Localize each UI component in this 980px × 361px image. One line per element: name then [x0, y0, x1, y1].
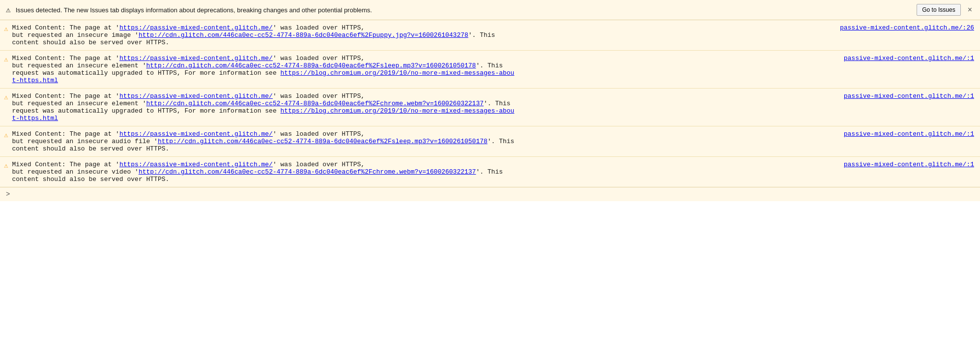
- source-link-1[interactable]: passive-mixed-content.glitch.me/:26: [840, 24, 974, 31]
- chevron-right-icon[interactable]: >: [6, 190, 10, 198]
- entry-text-3c: request was automatically upgraded to HT…: [12, 107, 974, 115]
- console-body: ⚠ Mixed Content: The page at 'https://pa…: [0, 20, 980, 187]
- entry-text-4b: but requested an insecure audio file 'ht…: [12, 138, 974, 145]
- resource-link-3[interactable]: http://cdn.glitch.com/446ca0ec-cc52-4774…: [146, 100, 484, 107]
- entry-text-2d: t-https.html: [12, 77, 974, 84]
- entry-text-2b: but requested an insecure element 'http:…: [12, 62, 974, 69]
- entry-text-4: Mixed Content: The page at 'https://pass…: [12, 130, 380, 138]
- page-url-link-2[interactable]: https://passive-mixed-content.glitch.me/: [119, 55, 273, 62]
- entry-text-1c: content should also be served over HTTPS…: [12, 39, 974, 46]
- entry-text-3b: but requested an insecure element 'http:…: [12, 100, 974, 107]
- console-entry-2: ⚠ Mixed Content: The page at 'https://pa…: [0, 51, 980, 89]
- issues-banner-text: Issues detected. The new Issues tab disp…: [16, 6, 912, 14]
- entry-text-1b: but requested an insecure image 'http://…: [12, 31, 974, 39]
- warn-icon-5: ⚠: [4, 161, 8, 170]
- issues-banner: ⚠️ Issues detected. The new Issues tab d…: [0, 0, 980, 20]
- entry-content-4: Mixed Content: The page at 'https://pass…: [12, 130, 974, 152]
- warn-icon-3: ⚠: [4, 93, 8, 101]
- source-link-3[interactable]: passive-mixed-content.glitch.me/:1: [844, 92, 974, 100]
- extra-link-3b[interactable]: t-https.html: [12, 115, 58, 122]
- source-link-5[interactable]: passive-mixed-content.glitch.me/:1: [844, 161, 974, 168]
- resource-link-2[interactable]: http://cdn.glitch.com/446ca0ec-cc52-4774…: [146, 62, 476, 69]
- page-url-link-4[interactable]: https://passive-mixed-content.glitch.me/: [119, 130, 273, 138]
- resource-link-1[interactable]: http://cdn.glitch.com/446ca0ec-cc52-4774…: [139, 31, 468, 39]
- page-url-link-3[interactable]: https://passive-mixed-content.glitch.me/: [119, 92, 273, 100]
- extra-link-3[interactable]: https://blog.chromium.org/2019/10/no-mor…: [281, 107, 515, 115]
- extra-link-2[interactable]: https://blog.chromium.org/2019/10/no-mor…: [281, 69, 515, 77]
- source-link-2[interactable]: passive-mixed-content.glitch.me/:1: [844, 55, 974, 62]
- entry-text-5: Mixed Content: The page at 'https://pass…: [12, 161, 380, 168]
- entry-content-3: Mixed Content: The page at 'https://pass…: [12, 92, 974, 122]
- console-entry-4: ⚠ Mixed Content: The page at 'https://pa…: [0, 126, 980, 157]
- warn-icon-1: ⚠: [4, 25, 8, 33]
- entry-text-2: Mixed Content: The page at 'https://pass…: [12, 55, 380, 62]
- entry-text-3: Mixed Content: The page at 'https://pass…: [12, 92, 380, 100]
- resource-link-5[interactable]: http://cdn.glitch.com/446ca0ec-cc52-4774…: [139, 168, 476, 176]
- page-url-link-5[interactable]: https://passive-mixed-content.glitch.me/: [119, 161, 273, 168]
- console-entry-3: ⚠ Mixed Content: The page at 'https://pa…: [0, 89, 980, 126]
- entry-content-1: Mixed Content: The page at 'https://pass…: [12, 24, 974, 46]
- entry-text-2c: request was automatically upgraded to HT…: [12, 69, 974, 77]
- extra-link-2b[interactable]: t-https.html: [12, 77, 58, 84]
- resource-link-4[interactable]: http://cdn.glitch.com/446ca0ec-cc52-4774…: [158, 138, 488, 145]
- warn-icon-4: ⚠: [4, 131, 8, 139]
- console-footer: >: [0, 187, 980, 201]
- page-url-link-1[interactable]: https://passive-mixed-content.glitch.me/: [119, 24, 273, 31]
- warning-icon: ⚠️: [6, 5, 11, 15]
- go-to-issues-button[interactable]: Go to Issues: [917, 4, 960, 16]
- close-icon[interactable]: ×: [966, 5, 974, 14]
- console-entry-1: ⚠ Mixed Content: The page at 'https://pa…: [0, 20, 980, 51]
- entry-text-5b: but requested an insecure video 'http://…: [12, 168, 974, 176]
- warn-icon-2: ⚠: [4, 55, 8, 63]
- entry-content-5: Mixed Content: The page at 'https://pass…: [12, 161, 974, 183]
- entry-content-2: Mixed Content: The page at 'https://pass…: [12, 55, 974, 84]
- entry-text-1: Mixed Content: The page at 'https://pass…: [12, 24, 380, 31]
- source-link-4[interactable]: passive-mixed-content.glitch.me/:1: [844, 130, 974, 138]
- console-entry-5: ⚠ Mixed Content: The page at 'https://pa…: [0, 157, 980, 187]
- entry-text-4c: content should also be served over HTTPS…: [12, 145, 974, 152]
- entry-text-3d: t-https.html: [12, 115, 974, 122]
- entry-text-5c: content should also be served over HTTPS…: [12, 176, 974, 183]
